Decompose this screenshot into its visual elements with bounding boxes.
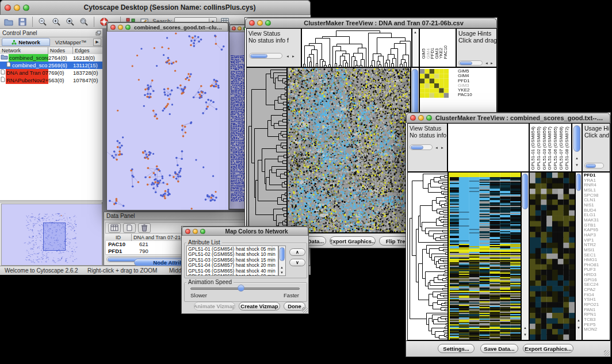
scroll-down-arrow[interactable]: ▼ bbox=[522, 332, 528, 337]
open-session-button[interactable] bbox=[3, 16, 14, 28]
attribute-list-item[interactable]: GPL51-04 (GSM857) heat shock 20 min bbox=[188, 263, 278, 268]
scroll-right-arrow[interactable]: ► bbox=[290, 54, 296, 59]
vscroll-thumb[interactable] bbox=[522, 174, 528, 209]
close-button[interactable] bbox=[5, 5, 11, 11]
col-header-network[interactable]: Network bbox=[0, 47, 48, 54]
zoom-selected-button[interactable] bbox=[64, 16, 76, 28]
tv2-global-heatmap[interactable] bbox=[449, 173, 521, 340]
scroll-right-arrow[interactable]: ► bbox=[489, 61, 495, 66]
move-up-button[interactable]: ∧ bbox=[289, 248, 305, 256]
tv2-gene-dendrogram[interactable] bbox=[408, 173, 447, 340]
resize-grip[interactable] bbox=[604, 350, 610, 356]
animate-vizmap-button[interactable]: Animate Vizmap bbox=[194, 302, 235, 311]
maximize-button[interactable] bbox=[200, 229, 205, 234]
animation-speed-slider[interactable] bbox=[190, 288, 300, 290]
minimize-button[interactable] bbox=[418, 115, 424, 121]
close-button[interactable] bbox=[232, 26, 236, 30]
treeview1-titlebar[interactable]: ClusterMaker TreeView : DNA and Tran 07-… bbox=[245, 18, 497, 28]
scroll-up-arrow[interactable]: ▲ bbox=[576, 318, 582, 323]
scroll-down-arrow[interactable]: ▼ bbox=[574, 163, 580, 167]
tv2-top-vscrollbar[interactable]: ▲ ▼ bbox=[572, 123, 582, 172]
maximize-button[interactable] bbox=[426, 115, 432, 121]
scroll-thumb[interactable] bbox=[250, 54, 267, 58]
minimize-button[interactable] bbox=[238, 26, 242, 30]
zoom-in-button[interactable] bbox=[51, 16, 62, 28]
scroll-up-arrow[interactable]: ▲ bbox=[574, 156, 580, 160]
tv2-heatmap-vscrollbar[interactable]: ▲ ▼ bbox=[521, 172, 529, 340]
scroll-thumb[interactable] bbox=[460, 62, 472, 65]
main-titlebar[interactable]: Cytoscape Desktop (Session Name: collins… bbox=[0, 0, 311, 15]
settings-button[interactable]: Settings... bbox=[438, 344, 475, 353]
close-button[interactable] bbox=[249, 20, 255, 26]
tv1-top-scroll-strip[interactable]: ▲ bbox=[412, 28, 419, 67]
vscroll-thumb[interactable] bbox=[576, 174, 581, 191]
scroll-up-arrow[interactable]: ▲ bbox=[279, 265, 285, 270]
attribute-table-icon[interactable] bbox=[108, 223, 121, 233]
export-graphics-button[interactable]: Export Graphics... bbox=[523, 344, 573, 353]
minimize-button[interactable] bbox=[14, 5, 20, 11]
attribute-list-scrollbar[interactable]: ▲ ▼ bbox=[278, 246, 286, 276]
usage-hints-scrollbar[interactable] bbox=[584, 163, 604, 168]
minimize-button[interactable] bbox=[257, 20, 263, 26]
close-button[interactable] bbox=[185, 229, 190, 234]
col-header-nodes[interactable]: Nodes bbox=[48, 47, 73, 54]
treeview2-titlebar[interactable]: ClusterMaker TreeView : combined_scores_… bbox=[406, 113, 610, 123]
zoom-out-button[interactable] bbox=[37, 16, 48, 28]
minimize-button[interactable] bbox=[193, 229, 198, 234]
network-table-row[interactable]: combined_sco2569(6)13112(15) bbox=[0, 62, 102, 69]
minimize-button[interactable] bbox=[118, 25, 123, 30]
network-view-titlebar[interactable]: combined_scores_good.txt--cluste... bbox=[107, 22, 228, 32]
attribute-list-item[interactable]: GPL51-02 (GSM855) heat shock 10 min bbox=[188, 252, 278, 257]
scroll-down-arrow[interactable]: ▼ bbox=[279, 270, 285, 275]
float-panel-icon[interactable] bbox=[94, 29, 102, 36]
view-status-scrollbar[interactable] bbox=[249, 53, 282, 59]
scroll-right-arrow[interactable]: ► bbox=[439, 145, 445, 150]
close-button[interactable] bbox=[410, 115, 416, 121]
dialog-titlebar[interactable]: Map Colors to Network bbox=[182, 227, 308, 236]
tv1-gene-dendrogram[interactable] bbox=[247, 68, 286, 232]
col-header-id[interactable]: ID bbox=[105, 234, 132, 241]
maximize-button[interactable] bbox=[265, 20, 271, 26]
attribute-list-item[interactable]: GPL51-07 (GSM868) heat shock 60 min bbox=[188, 274, 278, 276]
tab-overflow-arrow[interactable]: ▶ bbox=[93, 39, 101, 46]
network-table-row[interactable]: RNAPuberNov2+563(0)107847(0) bbox=[0, 76, 102, 84]
usage-hints-scrollbar[interactable] bbox=[458, 60, 483, 66]
attribute-list-item[interactable]: GPL51-01 (GSM854) heat shock 05 min bbox=[188, 247, 278, 252]
scroll-thumb[interactable] bbox=[280, 247, 285, 261]
zoom-fit-button[interactable] bbox=[78, 16, 90, 28]
network-table-row[interactable]: DNA and Tran 07769(0)183728(0) bbox=[0, 69, 102, 76]
delete-attribute-icon[interactable] bbox=[138, 223, 151, 233]
network-table-row[interactable]: combined_scores2764(0)16218(0) bbox=[0, 54, 102, 62]
vscroll-thumb[interactable] bbox=[573, 125, 580, 152]
attribute-list-item[interactable]: GPL51-03 (GSM856) heat shock 15 min bbox=[188, 258, 278, 263]
panel-divider[interactable] bbox=[0, 200, 102, 202]
tab-vizmapper[interactable]: VizMapper™ bbox=[50, 38, 91, 46]
new-attribute-icon[interactable] bbox=[123, 223, 136, 233]
save-data-button[interactable]: Save Data... bbox=[480, 344, 518, 353]
scroll-left-arrow[interactable]: ◄ bbox=[434, 145, 439, 150]
slider-thumb[interactable] bbox=[238, 285, 244, 292]
scroll-thumb[interactable] bbox=[586, 164, 596, 168]
scroll-left-arrow[interactable]: ◄ bbox=[285, 54, 290, 59]
col-header-edges[interactable]: Edges bbox=[73, 47, 102, 54]
save-session-button[interactable] bbox=[17, 16, 28, 28]
maximize-button[interactable] bbox=[125, 25, 131, 30]
maximize-button[interactable] bbox=[23, 5, 29, 11]
scroll-up-arrow[interactable]: ▲ bbox=[522, 325, 528, 330]
close-button[interactable] bbox=[110, 25, 116, 30]
tv1-top-dendrogram[interactable] bbox=[302, 29, 411, 67]
scroll-up-arrow[interactable]: ▲ bbox=[412, 30, 418, 35]
tv2-zoom-heatmap[interactable] bbox=[530, 173, 575, 340]
move-down-button[interactable]: ∨ bbox=[289, 259, 305, 266]
scroll-thumb[interactable] bbox=[411, 145, 423, 150]
tab-network[interactable]: Network bbox=[2, 38, 50, 46]
create-vizmap-button[interactable]: Create Vizmap bbox=[239, 302, 280, 311]
tv2-gene-vscrollbar[interactable]: ▲ ▼ bbox=[575, 172, 582, 340]
network-canvas[interactable] bbox=[107, 32, 228, 210]
birdseye-view[interactable] bbox=[1, 204, 102, 266]
tv1-global-heatmap[interactable] bbox=[288, 68, 410, 232]
attribute-list-item[interactable]: GPL51-06 (GSM865) heat shock 40 min bbox=[188, 269, 278, 274]
resize-grip[interactable] bbox=[302, 307, 308, 313]
view-status-scrollbar[interactable] bbox=[410, 144, 433, 150]
scroll-down-arrow[interactable]: ▼ bbox=[576, 325, 582, 330]
